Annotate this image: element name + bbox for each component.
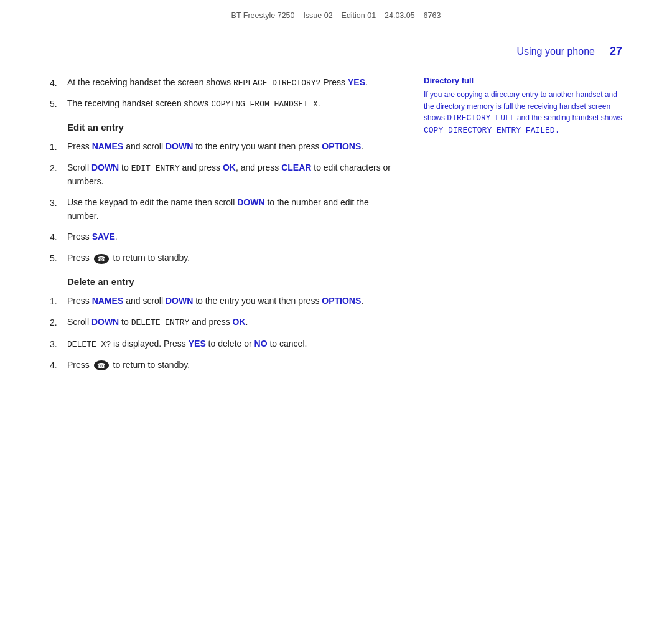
- down-label-2: DOWN: [91, 162, 119, 172]
- sidebar-mono-2: COPY DIRECTORY ENTRY FAILED.: [424, 126, 559, 135]
- edit-step-number-4: 4.: [50, 230, 67, 244]
- step-4-intro: 4. At the receiving handset the screen s…: [50, 76, 392, 90]
- down-label-4: DOWN: [166, 296, 193, 306]
- edit-step-4-text: Press SAVE.: [67, 230, 392, 244]
- mono-copying-from: COPYING FROM HANDSET X: [211, 100, 318, 109]
- mono-edit-entry: EDIT ENTRY: [131, 164, 180, 173]
- edit-step-4: 4. Press SAVE.: [50, 230, 392, 244]
- clear-label: CLEAR: [281, 162, 311, 172]
- edit-step-number-5: 5.: [50, 251, 67, 265]
- edit-step-number-3: 3.: [50, 196, 67, 223]
- sidebar: Directory full If you are copying a dire…: [411, 76, 622, 380]
- delete-step-1: 1. Press NAMES and scroll DOWN to the en…: [50, 294, 392, 308]
- options-label-2: OPTIONS: [322, 296, 361, 306]
- mono-delete-entry: DELETE ENTRY: [131, 318, 190, 327]
- edit-step-number-1: 1.: [50, 140, 67, 154]
- delete-step-number-2: 2.: [50, 316, 67, 329]
- yes-label-2: YES: [189, 339, 206, 349]
- edit-heading: Edit an entry: [67, 122, 392, 133]
- edit-step-5-text: Press ☎ to return to standby.: [67, 251, 392, 265]
- mono-replace-directory: REPLACE DIRECTORY?: [233, 78, 320, 88]
- delete-step-2: 2. Scroll DOWN to DELETE ENTRY and press…: [50, 316, 392, 329]
- no-label: NO: [254, 339, 268, 349]
- names-label-1: NAMES: [92, 141, 124, 151]
- delete-step-2-text: Scroll DOWN to DELETE ENTRY and press OK…: [67, 316, 392, 329]
- delete-step-3-text: DELETE X? is displayed. Press YES to del…: [67, 337, 392, 351]
- names-label-2: NAMES: [92, 296, 124, 306]
- edit-step-3: 3. Use the keypad to edit the name then …: [50, 196, 392, 223]
- edit-step-5: 5. Press ☎ to return to standby.: [50, 251, 392, 265]
- header-text: BT Freestyle 7250 – Issue 02 – Edition 0…: [231, 11, 441, 20]
- svg-text:☎: ☎: [97, 362, 106, 369]
- end-call-icon-2: ☎: [93, 360, 110, 371]
- step-5-intro: 5. The receiving handset screen shows CO…: [50, 97, 392, 111]
- sidebar-mono-1: DIRECTORY FULL: [447, 113, 515, 123]
- delete-step-1-text: Press NAMES and scroll DOWN to the entry…: [67, 294, 392, 308]
- section-title: Using your phone: [517, 46, 595, 57]
- delete-heading: Delete an entry: [67, 276, 392, 287]
- sidebar-title: Directory full: [424, 76, 622, 85]
- sidebar-body: If you are copying a directory entry to …: [424, 89, 622, 137]
- edit-step-1: 1. Press NAMES and scroll DOWN to the en…: [50, 140, 392, 154]
- svg-text:☎: ☎: [97, 255, 106, 263]
- down-label-1: DOWN: [166, 141, 193, 151]
- delete-step-number-3: 3.: [50, 337, 67, 351]
- options-label-1: OPTIONS: [322, 141, 361, 151]
- ok-label-2: OK: [233, 317, 246, 327]
- step-number-4: 4.: [50, 76, 67, 90]
- section-header: Using your phone 27: [0, 26, 672, 63]
- down-label-5: DOWN: [91, 317, 119, 327]
- end-call-icon-1: ☎: [93, 253, 110, 265]
- delete-step-4-text: Press ☎ to return to standby.: [67, 359, 392, 372]
- edit-step-1-text: Press NAMES and scroll DOWN to the entry…: [67, 140, 392, 154]
- edit-step-2-text: Scroll DOWN to EDIT ENTRY and press OK, …: [67, 161, 392, 189]
- yes-label-1: YES: [348, 77, 365, 87]
- mono-delete-x: DELETE X?: [67, 340, 111, 349]
- save-label: SAVE: [92, 232, 115, 242]
- delete-step-number-4: 4.: [50, 359, 67, 372]
- down-label-3: DOWN: [237, 197, 264, 207]
- edit-step-number-2: 2.: [50, 161, 67, 189]
- delete-step-number-1: 1.: [50, 294, 67, 308]
- edit-step-3-text: Use the keypad to edit the name then scr…: [67, 196, 392, 223]
- step-4-text: At the receiving handset the screen show…: [67, 76, 392, 90]
- page-number: 27: [610, 45, 622, 58]
- step-number-5: 5.: [50, 97, 67, 111]
- delete-step-4: 4. Press ☎ to return to standby.: [50, 359, 392, 372]
- content-wrapper: 4. At the receiving handset the screen s…: [0, 63, 672, 392]
- ok-label-1: OK: [223, 162, 236, 172]
- step-5-text: The receiving handset screen shows COPYI…: [67, 97, 392, 111]
- main-content: 4. At the receiving handset the screen s…: [50, 76, 411, 380]
- edit-step-2: 2. Scroll DOWN to EDIT ENTRY and press O…: [50, 161, 392, 189]
- delete-step-3: 3. DELETE X? is displayed. Press YES to …: [50, 337, 392, 351]
- page-header: BT Freestyle 7250 – Issue 02 – Edition 0…: [0, 0, 672, 26]
